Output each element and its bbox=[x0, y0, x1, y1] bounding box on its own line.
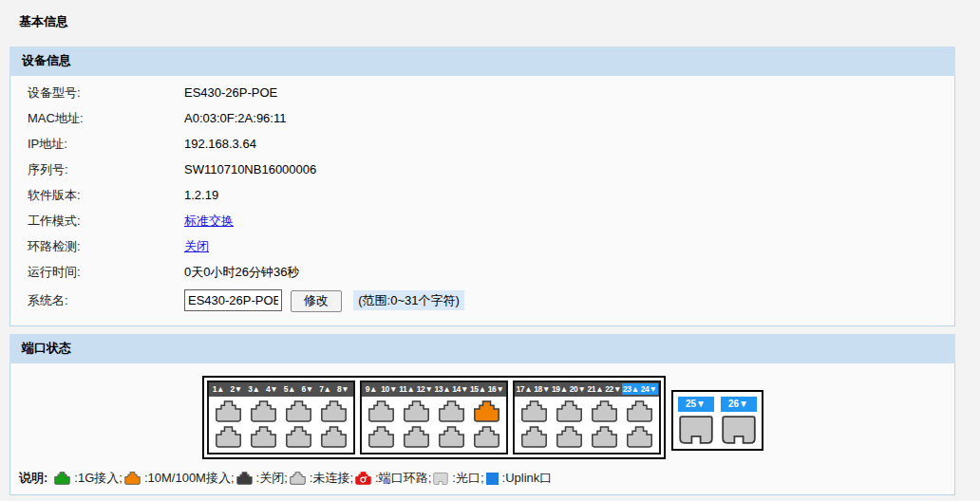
port-25-label: 25▼ bbox=[678, 397, 714, 412]
page-title: 基本信息 bbox=[0, 0, 980, 46]
switch-face-plate: 1▲2▼3▲4▼5▲6▼7▲8▼9▲10▼11▲12▼13▲14▼15▲16▼1… bbox=[10, 376, 954, 459]
port-number-label: 10▼ bbox=[380, 383, 398, 395]
port-number-label: 14▼ bbox=[451, 383, 469, 395]
port-number-label: 3▲ bbox=[245, 383, 263, 395]
port-16-icon[interactable] bbox=[473, 426, 500, 448]
port-21-icon[interactable] bbox=[591, 400, 618, 422]
port-1g-icon bbox=[54, 472, 70, 485]
port-8-icon[interactable] bbox=[320, 426, 348, 448]
work-mode-row: 工作模式:标准交换 bbox=[10, 208, 954, 233]
port-group-header: 1▲2▼3▲4▼5▲6▼7▲8▼ bbox=[209, 382, 353, 397]
port-status-body: 1▲2▼3▲4▼5▲6▼7▲8▼9▲10▼11▲12▼13▲14▼15▲16▼1… bbox=[9, 363, 955, 495]
port-number-label: 4▼ bbox=[263, 383, 281, 395]
port-number-label: 23▲ bbox=[622, 383, 640, 395]
device-info-header: 设备信息 bbox=[9, 46, 955, 76]
work-mode-link[interactable]: 标准交换 bbox=[184, 213, 234, 230]
port-25-module: 25▼ bbox=[678, 397, 714, 444]
port-19-icon[interactable] bbox=[556, 400, 583, 422]
port-2-icon[interactable] bbox=[215, 426, 242, 448]
uplink-port-icon bbox=[486, 473, 499, 485]
legend-item-text: :光口; bbox=[452, 470, 483, 487]
port-12-icon[interactable] bbox=[403, 426, 430, 448]
system-name-hint: (范围:0~31个字符) bbox=[353, 290, 464, 310]
port-number-label: 9▲ bbox=[363, 383, 381, 395]
port-20-icon[interactable] bbox=[556, 426, 583, 448]
sfp-ports-box: 25▼26▼ bbox=[671, 390, 763, 451]
port-1-icon[interactable] bbox=[215, 400, 242, 422]
legend-label: 说明: bbox=[19, 470, 47, 487]
mac-address-row: MAC地址:A0:03:0F:2A:96:11 bbox=[10, 105, 954, 131]
port-status-header: 端口状态 bbox=[9, 334, 955, 363]
port-number-label: 2▼ bbox=[227, 383, 245, 395]
port-5-icon[interactable] bbox=[285, 400, 312, 422]
serial-number-row: 序列号:SW110710NB16000006 bbox=[10, 157, 954, 182]
ip-address-row: IP地址:192.168.3.64 bbox=[10, 131, 954, 157]
port-26-icon[interactable] bbox=[721, 416, 757, 444]
port-24-icon[interactable] bbox=[626, 426, 653, 448]
port-7-icon[interactable] bbox=[320, 400, 348, 422]
port-3-icon[interactable] bbox=[250, 400, 277, 422]
port-number-label: 22▼ bbox=[604, 383, 622, 395]
port-13-icon[interactable] bbox=[438, 400, 465, 422]
uptime-row: 运行时间:0天0小时26分钟36秒 bbox=[10, 259, 954, 285]
port-9-icon[interactable] bbox=[368, 400, 395, 422]
system-name-row: 系统名: 修改 (范围:0~31个字符) bbox=[10, 285, 954, 317]
port-number-label: 19▲ bbox=[551, 383, 569, 395]
port-group-header: 9▲10▼11▲12▼13▲14▼15▲16▼ bbox=[362, 382, 506, 397]
serial-number-row-value: SW110710NB16000006 bbox=[184, 162, 316, 176]
software-version-row-label: 软件版本: bbox=[28, 187, 184, 204]
loop-detect-row-label: 环路检测: bbox=[28, 238, 184, 255]
port-number-label: 6▼ bbox=[298, 383, 316, 395]
port-group-header: 17▲18▼19▲20▼21▲22▼23▲24▼ bbox=[515, 382, 659, 397]
ip-address-row-label: IP地址: bbox=[28, 136, 184, 153]
software-version-row: 软件版本:1.2.19 bbox=[10, 182, 954, 208]
port-loop-icon bbox=[355, 472, 371, 485]
port-legend: 说明: :1G接入;:10M/100M接入;:关闭;:未连接;:端口环路;:光口… bbox=[10, 470, 954, 487]
port-grid bbox=[209, 397, 353, 453]
port-group-3: 17▲18▼19▲20▼21▲22▼23▲24▼ bbox=[513, 380, 661, 455]
port-number-label: 5▲ bbox=[281, 383, 299, 395]
uptime-row-label: 运行时间: bbox=[28, 264, 184, 281]
port-number-label: 15▲ bbox=[469, 383, 487, 395]
port-disconnected-icon bbox=[290, 472, 306, 485]
port-11-icon[interactable] bbox=[403, 400, 430, 422]
port-closed-icon bbox=[236, 472, 253, 485]
port-number-label: 13▲ bbox=[434, 383, 452, 395]
port-18-icon[interactable] bbox=[520, 426, 548, 448]
legend-item-text: :10M/100M接入; bbox=[144, 470, 235, 487]
port-group-2: 9▲10▼11▲12▼13▲14▼15▲16▼ bbox=[360, 380, 508, 455]
legend-item-text: :1G接入; bbox=[74, 470, 122, 487]
port-23-icon[interactable] bbox=[626, 400, 653, 422]
mac-address-row-label: MAC地址: bbox=[28, 110, 184, 127]
port-17-icon[interactable] bbox=[520, 400, 548, 422]
port-26-label: 26▼ bbox=[721, 397, 757, 412]
system-name-input[interactable] bbox=[184, 289, 282, 311]
legend-item-text: :未连接; bbox=[310, 470, 353, 487]
port-10-icon[interactable] bbox=[368, 426, 395, 448]
loop-detect-link[interactable]: 关闭 bbox=[184, 238, 209, 255]
port-15-icon[interactable] bbox=[473, 400, 500, 422]
fiber-port-icon bbox=[433, 473, 448, 485]
port-number-label: 21▲ bbox=[587, 383, 605, 395]
modify-button[interactable]: 修改 bbox=[291, 290, 342, 312]
port-group-1: 1▲2▼3▲4▼5▲6▼7▲8▼ bbox=[207, 380, 355, 455]
port-100m-icon bbox=[124, 472, 141, 485]
port-25-icon[interactable] bbox=[678, 416, 714, 444]
port-22-icon[interactable] bbox=[591, 426, 618, 448]
port-14-icon[interactable] bbox=[438, 426, 465, 448]
port-number-label: 1▲ bbox=[210, 383, 228, 395]
uptime-row-value: 0天0小时26分钟36秒 bbox=[184, 264, 299, 281]
port-number-label: 20▼ bbox=[569, 383, 587, 395]
port-number-label: 8▼ bbox=[334, 383, 352, 395]
port-6-icon[interactable] bbox=[285, 426, 312, 448]
ip-address-row-value: 192.168.3.64 bbox=[184, 137, 256, 151]
port-number-label: 7▲ bbox=[316, 383, 334, 395]
device-info-body: 设备型号:ES430-26P-POEMAC地址:A0:03:0F:2A:96:1… bbox=[9, 76, 955, 326]
device-model-row: 设备型号:ES430-26P-POE bbox=[10, 80, 954, 105]
port-number-label: 24▼ bbox=[640, 383, 658, 395]
port-number-label: 11▲ bbox=[398, 383, 416, 395]
port-4-icon[interactable] bbox=[250, 426, 277, 448]
mac-address-row-value: A0:03:0F:2A:96:11 bbox=[184, 111, 286, 125]
software-version-row-value: 1.2.19 bbox=[184, 188, 218, 202]
port-grid bbox=[362, 397, 506, 453]
